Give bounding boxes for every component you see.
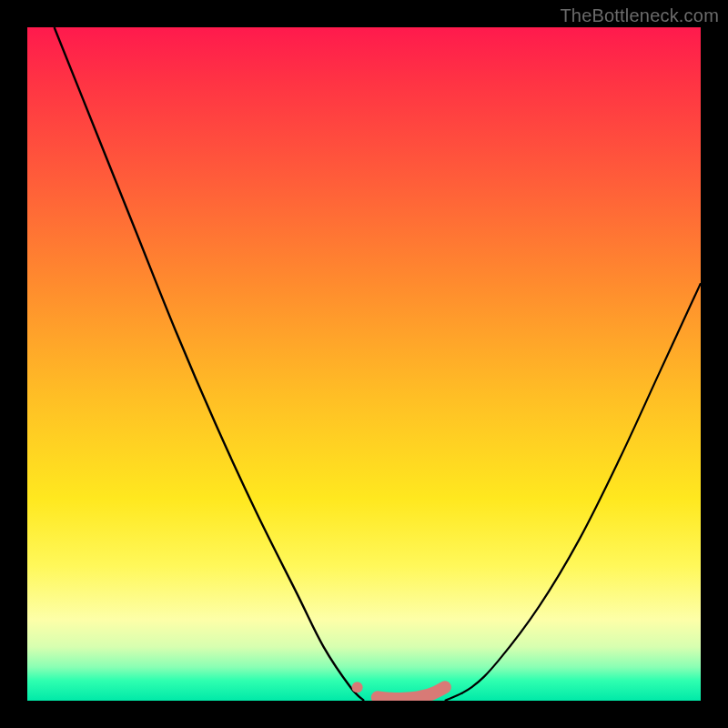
chart-svg	[27, 27, 701, 701]
bottom-marker-dot	[352, 682, 363, 693]
bottom-marker-trail	[378, 687, 445, 699]
right-curve	[445, 283, 701, 701]
watermark-text: TheBottleneck.com	[560, 5, 719, 26]
chart-frame: TheBottleneck.com	[0, 0, 728, 728]
bottom-markers	[352, 682, 445, 699]
plot-area	[27, 27, 701, 701]
left-curve	[55, 27, 364, 701]
